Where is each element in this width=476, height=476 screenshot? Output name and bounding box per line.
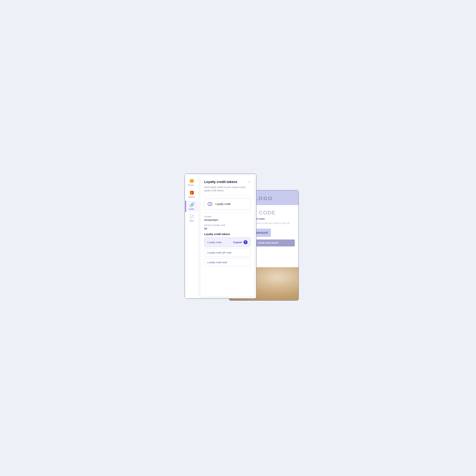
sidebar-item-label-personalization: Person... <box>188 184 195 186</box>
token-label-qr-code: Loyalty credit QR code <box>207 251 232 254</box>
sidebar: 😊 Person... 🎁 Giftcard 🔗 Loyalt... 📄 Fil… <box>185 174 199 299</box>
sidebar-item-label-giftcard: Giftcard <box>188 196 195 198</box>
loyalty-icon: 🔗 <box>189 203 194 207</box>
token-label-hash: Loyalty credit hash <box>207 261 227 264</box>
location-field-group: Location Amsterdam <box>204 215 251 221</box>
sidebar-item-label-files: Files <box>190 220 193 222</box>
token-row-right-loyalty-credit: Copied! ? <box>233 240 248 244</box>
modal-header: Loyalty credit tokens × <box>204 180 251 184</box>
modal-close-button[interactable]: × <box>248 180 251 184</box>
modal-title: Loyalty credit tokens <box>204 180 237 184</box>
amount-label: Amount of loyalty credit <box>204 224 251 226</box>
files-icon: 📄 <box>189 214 194 219</box>
tokens-section-title: Loyalty credit tokens <box>204 233 251 236</box>
token-row-qr-code[interactable]: Loyalty credit QR code <box>204 249 251 257</box>
amount-value: 50 <box>204 227 251 230</box>
token-row-loyalty-credit[interactable]: Loyalty credit... Copied! ? <box>204 238 251 247</box>
sidebar-item-personalization[interactable]: 😊 Person... <box>185 177 198 188</box>
giftcard-icon: 🎁 <box>189 190 194 195</box>
sidebar-item-loyalty[interactable]: 🔗 Loyalt... <box>185 201 198 212</box>
sidebar-item-files[interactable]: 📄 Files <box>185 213 198 224</box>
location-value: Amsterdam <box>204 218 251 221</box>
main-panel: 😊 Person... 🎁 Giftcard 🔗 Loyalt... 📄 Fil… <box>185 174 256 299</box>
token-label-loyalty-credit: Loyalty credit... <box>207 241 223 244</box>
token-row-hash[interactable]: Loyalty credit hash <box>204 258 251 267</box>
help-button-loyalty-credit[interactable]: ? <box>243 240 248 244</box>
loyalty-credit-selector[interactable]: Loyalty credit <box>204 198 251 210</box>
modal: Loyalty credit tokens × Send loyalty cre… <box>201 176 254 297</box>
copied-text: Copied! <box>233 241 242 244</box>
sidebar-item-giftcard[interactable]: 🎁 Giftcard <box>185 189 198 200</box>
loyalty-credit-icon <box>207 201 213 207</box>
location-label: Location <box>204 215 251 218</box>
sidebar-item-label-loyalty: Loyalt... <box>189 208 195 210</box>
amount-field-group: Amount of loyalty credit 50 <box>204 224 251 230</box>
tokens-section: Loyalty credit tokens Loyalty credit... … <box>204 233 251 267</box>
content-area: Loyalty credit tokens × Send loyalty cre… <box>199 174 256 299</box>
modal-subtitle: Send loyalty credits to your contacts us… <box>204 186 251 192</box>
loyalty-credit-name: Loyalty credit <box>215 203 230 205</box>
personalization-icon: 😊 <box>189 179 194 183</box>
modal-divider-middle <box>204 213 251 213</box>
scene: LOGO SCOUNT CODE hanks for your order, F… <box>185 174 291 302</box>
